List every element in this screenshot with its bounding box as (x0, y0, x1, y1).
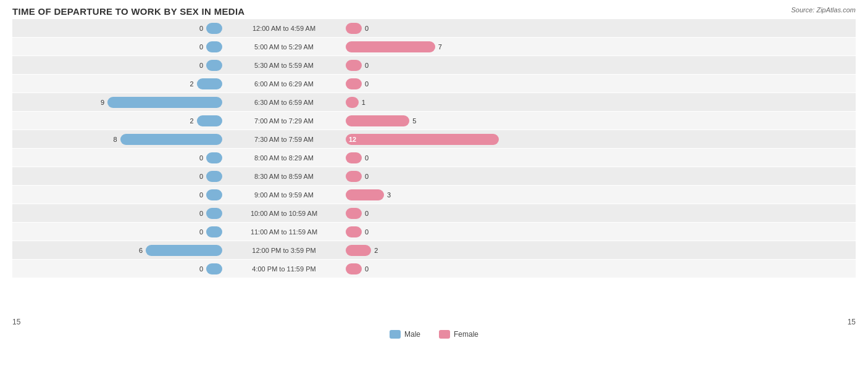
legend-female: Female (439, 330, 478, 339)
male-value: 9 (96, 99, 104, 106)
female-bar (346, 41, 435, 52)
male-bar (206, 23, 222, 34)
female-bar-container: 0 (346, 208, 856, 219)
male-bar (206, 152, 222, 163)
table-row: 012:00 AM to 4:59 AM0 (12, 19, 856, 37)
male-bar (206, 208, 222, 219)
female-bar-container: 3 (346, 189, 856, 200)
male-bar-container: 0 (12, 171, 222, 182)
male-bar (107, 97, 222, 108)
axis-left: 15 (12, 318, 20, 326)
female-value: 0 (365, 210, 373, 217)
time-label: 7:30 AM to 7:59 AM (222, 136, 346, 143)
female-value: 1 (362, 99, 370, 106)
female-bar (346, 115, 409, 126)
female-value: 0 (365, 62, 373, 69)
female-bar-container: 2 (346, 245, 856, 256)
male-bar (206, 171, 222, 182)
male-bar (206, 226, 222, 237)
table-row: 09:00 AM to 9:59 AM3 (12, 186, 856, 204)
male-value: 0 (194, 228, 203, 236)
time-label: 5:30 AM to 5:59 AM (222, 62, 346, 69)
female-bar (346, 245, 371, 256)
male-bar (206, 189, 222, 200)
time-label: 6:00 AM to 6:29 AM (222, 80, 346, 88)
female-swatch (439, 330, 450, 339)
male-value: 2 (185, 80, 194, 88)
time-label: 7:00 AM to 7:29 AM (222, 117, 346, 125)
female-bar-container: 0 (346, 171, 856, 182)
female-bar-container: 1 (346, 97, 856, 108)
male-value: 0 (194, 173, 203, 180)
female-bar-container: 5 (346, 115, 856, 126)
male-bar-container: 9 (12, 97, 222, 108)
table-row: 04:00 PM to 11:59 PM0 (12, 260, 856, 278)
time-label: 9:00 AM to 9:59 AM (222, 191, 346, 199)
male-value: 6 (134, 247, 143, 254)
chart-container: TIME OF DEPARTURE TO WORK BY SEX IN MEDI… (0, 0, 868, 367)
time-label: 12:00 AM to 4:59 AM (222, 25, 346, 32)
table-row: 08:30 AM to 8:59 AM0 (12, 167, 856, 185)
axis-labels: 15 15 (12, 318, 856, 326)
male-bar (206, 60, 222, 71)
male-bar (206, 41, 222, 52)
female-bar-container: 12 (346, 134, 856, 145)
female-bar-container: 0 (346, 152, 856, 163)
female-value: 0 (365, 265, 373, 273)
male-value: 0 (194, 62, 203, 69)
male-bar (146, 245, 222, 256)
female-value: 3 (387, 191, 396, 199)
table-row: 011:00 AM to 11:59 AM0 (12, 223, 856, 241)
male-value: 0 (194, 210, 203, 217)
source-label: Source: ZipAtlas.com (791, 6, 856, 14)
male-bar-container: 6 (12, 245, 222, 256)
female-bar-container: 0 (346, 78, 856, 89)
female-value: 2 (374, 247, 383, 254)
male-bar-container: 0 (12, 263, 222, 274)
chart-title: TIME OF DEPARTURE TO WORK BY SEX IN MEDI… (12, 6, 856, 17)
female-bar (346, 226, 362, 237)
male-value: 0 (194, 191, 203, 199)
female-value: 0 (365, 154, 373, 162)
table-row: 05:30 AM to 5:59 AM0 (12, 56, 856, 74)
male-value: 0 (194, 43, 203, 51)
male-value: 0 (194, 265, 203, 273)
axis-right: 15 (848, 318, 856, 326)
male-bar-container: 0 (12, 41, 222, 52)
male-label: Male (404, 330, 420, 339)
male-bar-container: 0 (12, 208, 222, 219)
time-label: 11:00 AM to 11:59 AM (222, 228, 346, 236)
male-bar-container: 0 (12, 23, 222, 34)
time-label: 8:30 AM to 8:59 AM (222, 173, 346, 180)
female-bar (346, 23, 362, 34)
female-bar-container: 0 (346, 226, 856, 237)
male-bar-container: 8 (12, 134, 222, 145)
female-bar (346, 208, 362, 219)
female-value: 0 (365, 173, 373, 180)
time-label: 5:00 AM to 5:29 AM (222, 43, 346, 51)
table-row: 87:30 AM to 7:59 AM12 (12, 130, 856, 148)
legend-male: Male (390, 330, 420, 339)
time-label: 4:00 PM to 11:59 PM (222, 265, 346, 273)
female-bar (346, 60, 362, 71)
male-bar-container: 0 (12, 189, 222, 200)
female-bar (346, 171, 362, 182)
male-bar (197, 115, 222, 126)
female-bar-container: 7 (346, 41, 856, 52)
male-value: 8 (109, 136, 117, 143)
male-value: 2 (185, 117, 194, 125)
male-bar-container: 2 (12, 115, 222, 126)
female-bar-container: 0 (346, 60, 856, 71)
table-row: 27:00 AM to 7:29 AM5 (12, 112, 856, 130)
female-value: 5 (412, 117, 421, 125)
male-bar (120, 134, 222, 145)
male-swatch (390, 330, 401, 339)
male-bar (206, 263, 222, 274)
time-label: 8:00 AM to 8:29 AM (222, 154, 346, 162)
table-row: 08:00 AM to 8:29 AM0 (12, 149, 856, 167)
female-bar-container: 0 (346, 263, 856, 274)
male-bar-container: 0 (12, 226, 222, 237)
male-bar-container: 0 (12, 152, 222, 163)
chart-area: 012:00 AM to 4:59 AM005:00 AM to 5:29 AM… (12, 19, 856, 315)
male-value: 0 (194, 154, 203, 162)
